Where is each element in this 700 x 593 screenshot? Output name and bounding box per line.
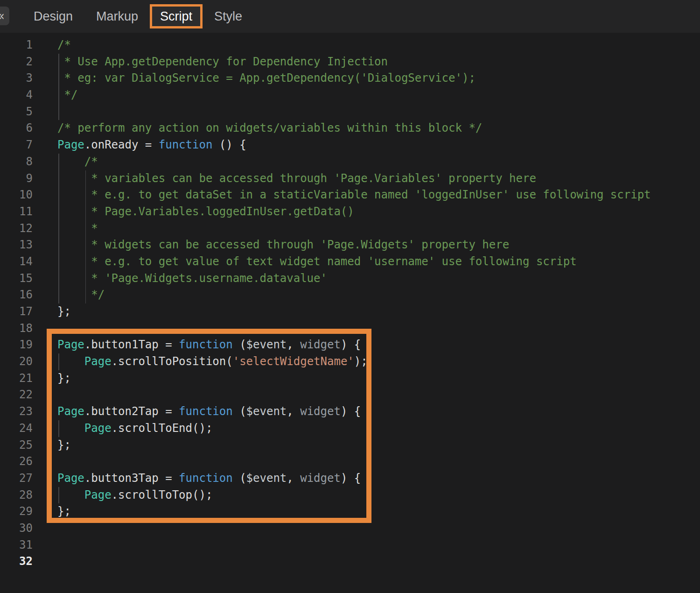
code-text: * (57, 220, 98, 237)
code-line: 22 (0, 387, 700, 403)
tab-list: Design Markup Script Style (22, 0, 700, 33)
code-token-keyword: function (179, 472, 233, 485)
line-number: 6 (0, 120, 33, 137)
code-line: 1/* (0, 37, 700, 54)
code-token-type: Page (57, 405, 84, 418)
code-token-comment: * widgets can be accessed through 'Page.… (57, 238, 509, 251)
code-text: Page.scrollToTop(); (57, 487, 212, 504)
line-number: 24 (0, 420, 33, 437)
code-line: 23Page.button2Tap = function ($event, wi… (0, 403, 700, 420)
code-line: 16 */ (0, 287, 700, 304)
script-editor-screen: « Design Markup Script Style 1/*2 * Use … (0, 0, 700, 593)
line-number: 18 (0, 320, 33, 337)
code-text: Page.button1Tap = function ($event, widg… (57, 337, 361, 353)
code-text: }; (57, 437, 71, 454)
code-line: 10 * e.g. to get dataSet in a staticVari… (0, 187, 700, 204)
collapse-panel-button[interactable]: « (0, 7, 9, 25)
code-token-plain: , (287, 405, 300, 418)
line-number: 11 (0, 204, 33, 220)
code-token-plain (57, 488, 84, 501)
code-text: */ (57, 287, 105, 304)
code-text: * Use App.getDependency for Dependency I… (57, 54, 388, 71)
code-token-plain: .button3Tap = (84, 472, 179, 485)
code-text: Page.onReady = function () { (57, 137, 246, 154)
code-token-comment: * (57, 222, 98, 235)
code-line: 32 (0, 553, 700, 570)
code-token-comment: */ (57, 288, 105, 301)
code-token-plain (57, 355, 84, 368)
code-token-keyword: function (179, 405, 233, 418)
code-line: 19Page.button1Tap = function ($event, wi… (0, 337, 700, 353)
code-text: }; (57, 503, 71, 520)
tab-design[interactable]: Design (22, 0, 84, 33)
code-line: 17}; (0, 304, 700, 320)
line-number: 29 (0, 503, 33, 520)
code-text: /* perform any action on widgets/variabl… (57, 120, 482, 137)
code-line: 21}; (0, 370, 700, 387)
code-line: 27Page.button3Tap = function ($event, wi… (0, 470, 700, 487)
line-number: 7 (0, 137, 33, 154)
code-token-plain: .button1Tap = (84, 338, 179, 351)
code-line: 28 Page.scrollToTop(); (0, 487, 700, 504)
code-text: * variables can be accessed through 'Pag… (57, 170, 536, 187)
code-token-comment: * Page.Variables.loggedInUser.getData() (57, 205, 354, 218)
code-token-param: widget (300, 405, 341, 418)
code-line: 2 * Use App.getDependency for Dependency… (0, 54, 700, 71)
code-token-type: Page (57, 138, 84, 151)
code-token-comment: /* (57, 38, 71, 51)
line-number: 30 (0, 520, 33, 537)
line-number: 31 (0, 537, 33, 554)
code-token-plain: ); (354, 355, 368, 368)
code-token-type: Page (57, 472, 84, 485)
code-token-keyword: function (159, 138, 213, 151)
code-editor[interactable]: 1/*2 * Use App.getDependency for Depende… (0, 33, 700, 593)
code-token-param: widget (300, 338, 341, 351)
line-number: 32 (0, 553, 33, 570)
line-number: 3 (0, 70, 33, 87)
code-token-type: Page (84, 422, 112, 435)
code-lines: 1/*2 * Use App.getDependency for Depende… (0, 37, 700, 570)
code-token-comment: * Use App.getDependency for Dependency I… (57, 55, 388, 68)
code-line: 7Page.onReady = function () { (0, 137, 700, 154)
code-token-plain: ) { (341, 405, 361, 418)
code-line: 31 (0, 537, 700, 554)
code-line: 14 * e.g. to get value of text widget na… (0, 254, 700, 270)
code-token-plain: }; (57, 305, 71, 318)
line-number: 13 (0, 237, 33, 254)
line-number: 20 (0, 353, 33, 370)
code-token-plain: ( (233, 472, 246, 485)
tab-style[interactable]: Style (203, 0, 254, 33)
code-token-plain: }; (57, 438, 71, 452)
line-number: 9 (0, 170, 33, 187)
code-line: 11 * Page.Variables.loggedInUser.getData… (0, 204, 700, 220)
code-token-comment: */ (57, 88, 77, 101)
code-text: }; (57, 304, 71, 320)
line-number: 4 (0, 87, 33, 104)
line-number: 2 (0, 54, 33, 71)
code-token-plain: () { (212, 138, 246, 151)
editor-tab-bar: « Design Markup Script Style (0, 0, 700, 33)
code-token-plain: }; (57, 505, 71, 518)
code-line: 9 * variables can be accessed through 'P… (0, 170, 700, 187)
code-token-comment: * 'Page.Widgets.username.datavalue' (57, 272, 327, 285)
code-line: 12 * (0, 220, 700, 237)
line-number: 15 (0, 270, 33, 287)
code-token-keyword: function (179, 338, 233, 351)
code-token-plain: ) { (341, 338, 361, 351)
line-number: 16 (0, 287, 33, 304)
code-text: * 'Page.Widgets.username.datavalue' (57, 270, 327, 287)
code-text: /* (57, 37, 71, 54)
tab-markup[interactable]: Markup (84, 0, 150, 33)
code-text: Page.button2Tap = function ($event, widg… (57, 403, 361, 420)
indent-guide (58, 104, 59, 120)
code-token-comment: * e.g. to get value of text widget named… (57, 255, 577, 268)
code-token-plain (57, 422, 84, 435)
tab-script[interactable]: Script (150, 4, 203, 28)
code-line: 25}; (0, 437, 700, 454)
code-token-comment: * eg: var DialogService = App.getDepende… (57, 71, 476, 85)
code-token-comment: /* perform any action on widgets/variabl… (57, 121, 482, 134)
line-number: 8 (0, 154, 33, 170)
code-line: 29}; (0, 503, 700, 520)
line-number: 14 (0, 254, 33, 270)
code-token-param: widget (300, 472, 341, 485)
